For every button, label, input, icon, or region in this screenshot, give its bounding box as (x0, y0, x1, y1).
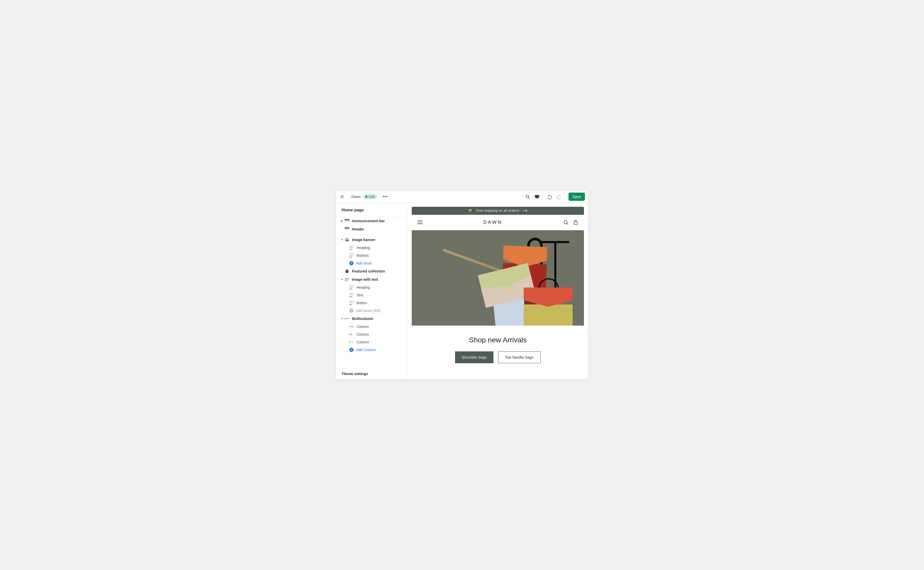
back-button[interactable] (336, 195, 348, 199)
section-label: Image with text (352, 277, 378, 282)
text-lines-icon (349, 301, 354, 305)
section-label: Multicolumn (352, 317, 373, 321)
preview-pane: 📦 Free shipping on all orders! DAWN (408, 203, 588, 380)
hero-buttons: Shoulder bags Top handle bags (412, 351, 584, 374)
live-badge: Live (363, 194, 377, 199)
add-label: Add Column (356, 348, 376, 352)
cta-primary-button[interactable]: Shoulder bags (455, 351, 493, 363)
add-column[interactable]: + Add Column (336, 346, 408, 354)
block-heading-2[interactable]: Heading (336, 283, 408, 291)
block-label: Buttons (357, 253, 369, 257)
plus-circle-icon: + (349, 261, 354, 265)
search-icon[interactable] (563, 220, 568, 225)
svg-rect-9 (345, 278, 347, 281)
menu-button[interactable] (417, 220, 423, 225)
sidebar-scroll[interactable]: Home page ▶ Announcement bar Header (336, 203, 408, 368)
svg-rect-1 (535, 195, 539, 198)
block-button[interactable]: Button (336, 299, 408, 307)
desktop-icon (535, 195, 539, 199)
undo-icon (547, 194, 552, 199)
column-thumb-icon: )G (349, 333, 354, 336)
section-header[interactable]: Header (336, 225, 408, 233)
section-image-with-text[interactable]: ▼ Image with text (336, 275, 408, 283)
ellipsis-icon: ••• (383, 194, 388, 199)
block-label: Heading (357, 246, 370, 250)
block-heading[interactable]: Heading (336, 244, 408, 251)
header-icons (563, 220, 578, 225)
redo-button[interactable] (554, 192, 564, 201)
svg-point-13 (564, 221, 567, 224)
block-label: Text (357, 293, 363, 297)
more-menu-button[interactable]: ••• (381, 193, 389, 201)
text-lines-icon (349, 254, 354, 257)
viewport-button[interactable] (532, 192, 542, 201)
plus-circle-icon: + (349, 348, 354, 352)
section-label: Header (352, 227, 364, 231)
svg-rect-10 (347, 278, 349, 279)
block-buttons[interactable]: Buttons (336, 251, 408, 259)
section-label: Image banner (352, 238, 375, 242)
text-lines-icon (349, 293, 354, 297)
column-thumb-icon: FIN (349, 325, 354, 328)
sections-sidebar: Home page ▶ Announcement bar Header (336, 203, 408, 380)
caret-down-icon: ▼ (341, 239, 344, 241)
section-multicolumn[interactable]: ▼ )GFIN Multicolumn (336, 314, 408, 323)
brand-logo[interactable]: DAWN (483, 220, 503, 225)
theme-title-area: Dawn Live ••• (348, 193, 389, 201)
hero-heading: Shop new Arrivals (412, 326, 584, 351)
add-label: Add block (3/3) (356, 309, 380, 313)
image-banner-icon (345, 238, 349, 242)
search-button[interactable] (523, 192, 532, 201)
block-column-3[interactable]: C l Column (336, 338, 408, 346)
top-bar: Dawn Live ••• (336, 191, 588, 203)
undo-button[interactable] (545, 192, 554, 201)
theme-name: Dawn (351, 195, 361, 199)
live-badge-label: Live (369, 195, 375, 199)
cart-icon[interactable] (573, 220, 578, 225)
exit-icon (340, 195, 345, 199)
section-image-banner[interactable]: ▼ Image banner (336, 236, 408, 244)
header-icon (345, 227, 349, 231)
topbar-right: Save (523, 191, 588, 203)
add-block-image-banner[interactable]: + Add block (336, 259, 408, 267)
editor-body: Home page ▶ Announcement bar Header (336, 203, 588, 380)
theme-editor-window: Dawn Live ••• (336, 191, 588, 380)
image-text-icon (345, 277, 349, 282)
live-dot-icon (365, 196, 368, 198)
theme-settings-button[interactable]: Theme settings (336, 368, 408, 380)
save-button[interactable]: Save (568, 193, 585, 201)
column-thumb-icon: C l (349, 341, 354, 343)
block-text[interactable]: Text (336, 291, 408, 299)
block-label: Column (357, 340, 369, 344)
svg-rect-2 (536, 198, 538, 199)
cta-secondary-button[interactable]: Top handle bags (498, 351, 540, 363)
preview-scroll[interactable]: 📦 Free shipping on all orders! DAWN (412, 207, 584, 375)
caret-right-icon: ▶ (341, 220, 344, 222)
svg-rect-6 (345, 229, 349, 231)
package-icon: 📦 (468, 209, 473, 213)
storefront-announcement-bar[interactable]: 📦 Free shipping on all orders! (412, 207, 584, 215)
block-label: Column (357, 332, 369, 336)
multicolumn-icon: )GFIN (345, 316, 349, 321)
collection-icon (345, 269, 349, 274)
announcement-icon (345, 219, 349, 223)
hero-artwork (477, 238, 574, 323)
section-label: Announcement bar (352, 219, 385, 223)
plus-circle-icon: + (349, 309, 354, 313)
arrow-right-icon (523, 209, 527, 212)
block-label: Column (357, 325, 369, 329)
block-label: Button (357, 301, 367, 305)
announcement-text: Free shipping on all orders! (476, 209, 519, 212)
svg-rect-4 (345, 221, 349, 223)
section-featured-collection[interactable]: Featured collection (336, 267, 408, 275)
svg-rect-12 (347, 280, 349, 281)
text-lines-icon (349, 286, 354, 289)
block-column-1[interactable]: FIN Column (336, 323, 408, 331)
svg-point-0 (526, 195, 529, 198)
svg-rect-3 (345, 219, 349, 221)
block-column-2[interactable]: )G Column (336, 331, 408, 338)
text-lines-icon (349, 246, 354, 250)
storefront-header: DAWN (412, 215, 584, 230)
theme-settings-label: Theme settings (342, 372, 368, 376)
section-announcement-bar[interactable]: ▶ Announcement bar (336, 217, 408, 225)
